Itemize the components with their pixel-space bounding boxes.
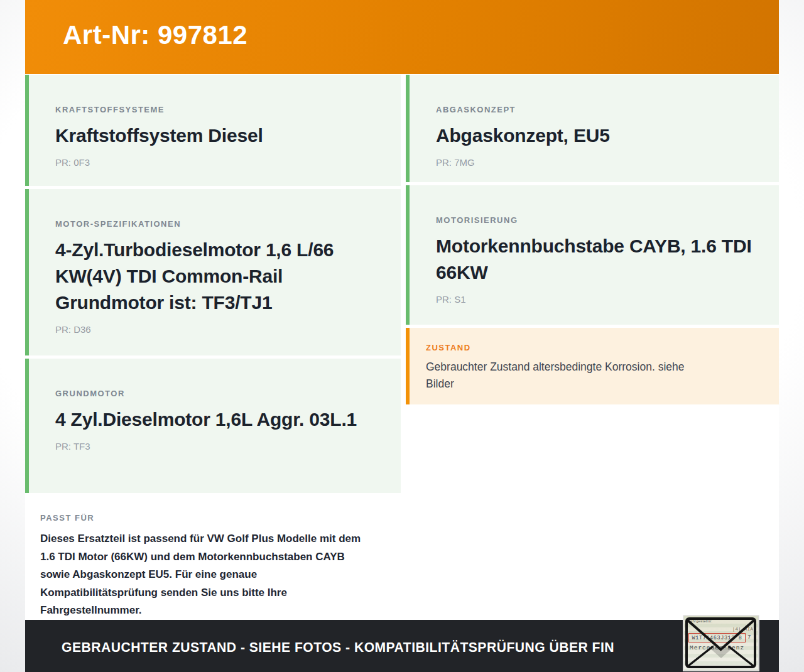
header-bar: Art-Nr: 997812 — [25, 0, 779, 74]
envelope-icon — [684, 616, 758, 670]
card-motor-spezifikationen: MOTOR-SPEZIFIKATIONEN 4-Zyl.Turbodieselm… — [25, 189, 401, 355]
card-motorisierung: MOTORISIERUNG Motorkennbuchstabe CAYB, 1… — [406, 185, 779, 325]
content-area: KRAFTSTOFFSYSTEME Kraftstoffsystem Diese… — [25, 74, 779, 620]
card-label: ABGASKONZEPT — [436, 105, 754, 115]
card-label: KRAFTSTOFFSYSTEME — [55, 105, 376, 115]
card-title: Motorkennbuchstabe CAYB, 1.6 TDI 66KW — [436, 233, 754, 286]
card-pr-code: PR: TF3 — [55, 441, 376, 452]
card-title: 4-Zyl.Turbodieselmotor 1,6 L/66 KW(4V) T… — [55, 237, 376, 316]
card-title: 4 Zyl.Dieselmotor 1,6L Aggr. 03L.1 — [55, 406, 376, 433]
card-pr-code: PR: D36 — [55, 324, 376, 335]
card-pr-code: PR: S1 — [436, 294, 754, 305]
card-zustand: ZUSTAND Gebrauchter Zustand altersbeding… — [406, 328, 779, 404]
card-abgaskonzept: ABGASKONZEPT Abgaskonzept, EU5 PR: 7MG — [406, 75, 779, 182]
card-pr-code: PR: 0F3 — [55, 157, 376, 168]
footer-notice-text: GEBRAUCHTER ZUSTAND - SIEHE FOTOS - KOMP… — [62, 639, 614, 656]
card-label: MOTORISIERUNG — [436, 215, 754, 225]
card-passt-fuer: PASST FÜR Dieses Ersatzteil ist passend … — [25, 496, 401, 620]
listing-page: Art-Nr: 997812 KRAFTSTOFFSYSTEME Kraftst… — [25, 0, 779, 672]
card-label: PASST FÜR — [40, 513, 376, 523]
condition-text: Gebrauchter Zustand altersbedingte Korro… — [426, 359, 715, 393]
card-title: Abgaskonzept, EU5 — [436, 122, 754, 149]
card-kraftstoffsysteme: KRAFTSTOFFSYSTEME Kraftstoffsystem Diese… — [25, 75, 401, 186]
compatibility-text: Dieses Ersatzteil ist passend für VW Gol… — [40, 530, 376, 620]
card-label: GRUNDMOTOR — [55, 389, 376, 399]
article-number-title: Art-Nr: 997812 — [63, 20, 247, 50]
right-column: ABGASKONZEPT Abgaskonzept, EU5 PR: 7MG M… — [406, 75, 779, 620]
left-column: KRAFTSTOFFSYSTEME Kraftstoffsystem Diese… — [25, 75, 401, 620]
card-label: MOTOR-SPEZIFIKATIONEN — [55, 219, 376, 229]
card-label: ZUSTAND — [426, 343, 760, 353]
card-title: Kraftstoffsystem Diesel — [55, 122, 376, 149]
card-grundmotor: GRUNDMOTOR 4 Zyl.Dieselmotor 1,6L Aggr. … — [25, 359, 401, 493]
registration-document-photo: Fahrgestellnr. |4| AIA W1T71463J312 8 7 … — [683, 615, 759, 671]
card-pr-code: PR: 7MG — [436, 157, 754, 168]
footer-bar: GEBRAUCHTER ZUSTAND - SIEHE FOTOS - KOMP… — [25, 620, 779, 672]
